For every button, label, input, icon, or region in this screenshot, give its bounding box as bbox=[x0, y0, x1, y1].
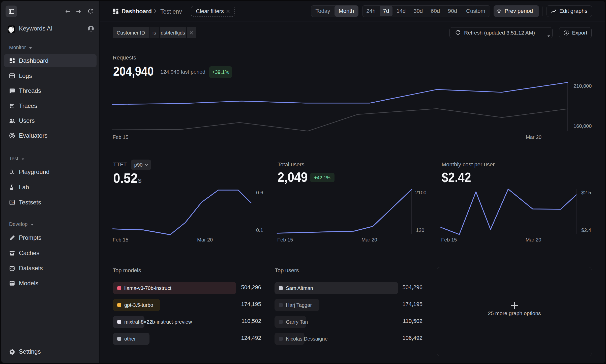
svg-text:(x): (x) bbox=[11, 201, 14, 204]
